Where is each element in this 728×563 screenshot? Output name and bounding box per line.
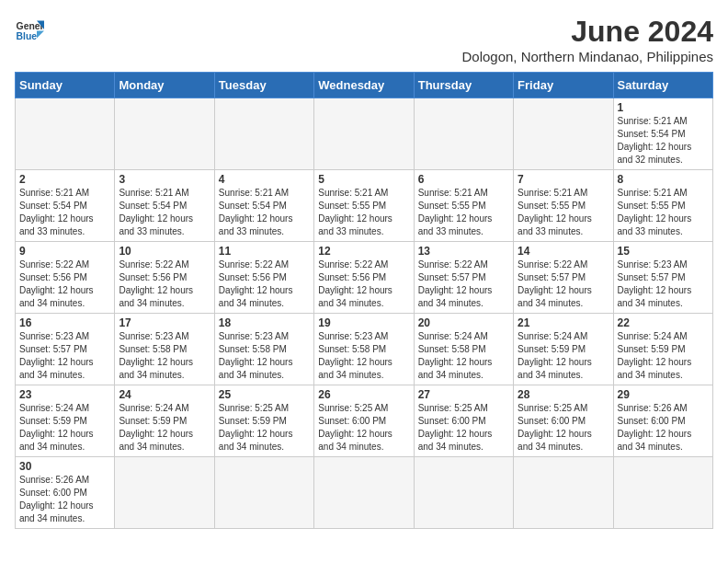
- calendar-cell: 23Sunrise: 5:24 AM Sunset: 5:59 PM Dayli…: [16, 385, 115, 457]
- day-number: 18: [219, 316, 310, 329]
- calendar-cell: 19Sunrise: 5:23 AM Sunset: 5:58 PM Dayli…: [314, 314, 414, 385]
- calendar-cell: 20Sunrise: 5:24 AM Sunset: 5:58 PM Dayli…: [414, 314, 513, 385]
- day-number: 7: [518, 173, 609, 186]
- day-info: Sunrise: 5:25 AM Sunset: 6:00 PM Dayligh…: [418, 402, 509, 454]
- calendar-table: SundayMondayTuesdayWednesdayThursdayFrid…: [15, 72, 713, 529]
- day-number: 21: [518, 316, 609, 329]
- svg-marker-3: [37, 31, 44, 39]
- calendar-cell: 4Sunrise: 5:21 AM Sunset: 5:54 PM Daylig…: [214, 170, 313, 242]
- calendar-row-1: 1Sunrise: 5:21 AM Sunset: 5:54 PM Daylig…: [16, 98, 713, 170]
- day-number: 29: [618, 388, 709, 401]
- weekday-header-thursday: Thursday: [414, 73, 513, 98]
- calendar-cell: 8Sunrise: 5:21 AM Sunset: 5:55 PM Daylig…: [613, 170, 712, 242]
- weekday-header-friday: Friday: [514, 73, 613, 98]
- weekday-header-tuesday: Tuesday: [214, 73, 313, 98]
- weekday-header-row: SundayMondayTuesdayWednesdayThursdayFrid…: [16, 73, 713, 98]
- weekday-header-monday: Monday: [115, 73, 214, 98]
- calendar-cell: 22Sunrise: 5:24 AM Sunset: 5:59 PM Dayli…: [613, 314, 712, 385]
- calendar-cell: 6Sunrise: 5:21 AM Sunset: 5:55 PM Daylig…: [414, 170, 513, 242]
- day-info: Sunrise: 5:21 AM Sunset: 5:55 PM Dayligh…: [418, 187, 509, 238]
- day-info: Sunrise: 5:21 AM Sunset: 5:54 PM Dayligh…: [618, 115, 709, 167]
- day-number: 11: [219, 245, 310, 258]
- day-number: 6: [418, 173, 509, 186]
- calendar-cell: [314, 98, 414, 170]
- calendar-cell: [414, 457, 513, 529]
- day-number: 1: [618, 101, 709, 114]
- day-number: 13: [418, 245, 509, 258]
- day-number: 15: [618, 245, 709, 258]
- day-info: Sunrise: 5:23 AM Sunset: 5:57 PM Dayligh…: [19, 330, 110, 382]
- calendar-row-5: 23Sunrise: 5:24 AM Sunset: 5:59 PM Dayli…: [16, 385, 713, 457]
- day-number: 24: [119, 388, 210, 401]
- calendar-cell: 15Sunrise: 5:23 AM Sunset: 5:57 PM Dayli…: [613, 242, 712, 314]
- weekday-header-wednesday: Wednesday: [314, 73, 414, 98]
- day-info: Sunrise: 5:21 AM Sunset: 5:55 PM Dayligh…: [618, 187, 709, 238]
- day-info: Sunrise: 5:23 AM Sunset: 5:58 PM Dayligh…: [219, 330, 310, 382]
- day-number: 16: [19, 316, 110, 329]
- location-title: Dologon, Northern Mindanao, Philippines: [461, 49, 713, 64]
- weekday-header-saturday: Saturday: [613, 73, 712, 98]
- calendar-row-6: 30Sunrise: 5:26 AM Sunset: 6:00 PM Dayli…: [16, 457, 713, 529]
- day-number: 17: [119, 316, 210, 329]
- calendar-cell: 21Sunrise: 5:24 AM Sunset: 5:59 PM Dayli…: [514, 314, 613, 385]
- day-number: 10: [119, 245, 210, 258]
- logo: General Blue: [15, 15, 44, 44]
- day-number: 14: [518, 245, 609, 258]
- day-number: 19: [318, 316, 409, 329]
- day-info: Sunrise: 5:22 AM Sunset: 5:56 PM Dayligh…: [119, 259, 210, 310]
- calendar-cell: 10Sunrise: 5:22 AM Sunset: 5:56 PM Dayli…: [115, 242, 214, 314]
- calendar-cell: [613, 457, 712, 529]
- day-info: Sunrise: 5:23 AM Sunset: 5:58 PM Dayligh…: [119, 330, 210, 382]
- day-info: Sunrise: 5:23 AM Sunset: 5:57 PM Dayligh…: [618, 259, 709, 310]
- day-number: 4: [219, 173, 310, 186]
- calendar-cell: 13Sunrise: 5:22 AM Sunset: 5:57 PM Dayli…: [414, 242, 513, 314]
- day-info: Sunrise: 5:25 AM Sunset: 6:00 PM Dayligh…: [518, 402, 609, 454]
- calendar-cell: 14Sunrise: 5:22 AM Sunset: 5:57 PM Dayli…: [514, 242, 613, 314]
- calendar-cell: 12Sunrise: 5:22 AM Sunset: 5:56 PM Dayli…: [314, 242, 414, 314]
- calendar-cell: 9Sunrise: 5:22 AM Sunset: 5:56 PM Daylig…: [16, 242, 115, 314]
- calendar-cell: 17Sunrise: 5:23 AM Sunset: 5:58 PM Dayli…: [115, 314, 214, 385]
- day-number: 26: [318, 388, 409, 401]
- svg-text:Blue: Blue: [17, 31, 38, 41]
- calendar-cell: 3Sunrise: 5:21 AM Sunset: 5:54 PM Daylig…: [115, 170, 214, 242]
- weekday-header-sunday: Sunday: [16, 73, 115, 98]
- calendar-row-3: 9Sunrise: 5:22 AM Sunset: 5:56 PM Daylig…: [16, 242, 713, 314]
- calendar-cell: [414, 98, 513, 170]
- day-info: Sunrise: 5:21 AM Sunset: 5:55 PM Dayligh…: [318, 187, 409, 238]
- calendar-cell: 29Sunrise: 5:26 AM Sunset: 6:00 PM Dayli…: [613, 385, 712, 457]
- calendar-cell: 18Sunrise: 5:23 AM Sunset: 5:58 PM Dayli…: [214, 314, 313, 385]
- calendar-cell: 5Sunrise: 5:21 AM Sunset: 5:55 PM Daylig…: [314, 170, 414, 242]
- calendar-cell: [514, 98, 613, 170]
- calendar-row-2: 2Sunrise: 5:21 AM Sunset: 5:54 PM Daylig…: [16, 170, 713, 242]
- day-number: 30: [19, 460, 110, 473]
- day-info: Sunrise: 5:23 AM Sunset: 5:58 PM Dayligh…: [318, 330, 409, 382]
- calendar-cell: [214, 457, 313, 529]
- calendar-cell: [115, 98, 214, 170]
- calendar-cell: 30Sunrise: 5:26 AM Sunset: 6:00 PM Dayli…: [16, 457, 115, 529]
- calendar-cell: [16, 98, 115, 170]
- calendar-cell: 27Sunrise: 5:25 AM Sunset: 6:00 PM Dayli…: [414, 385, 513, 457]
- day-number: 9: [19, 245, 110, 258]
- day-info: Sunrise: 5:21 AM Sunset: 5:54 PM Dayligh…: [19, 187, 110, 238]
- day-number: 2: [19, 173, 110, 186]
- calendar-cell: 11Sunrise: 5:22 AM Sunset: 5:56 PM Dayli…: [214, 242, 313, 314]
- day-info: Sunrise: 5:21 AM Sunset: 5:54 PM Dayligh…: [119, 187, 210, 238]
- calendar-row-4: 16Sunrise: 5:23 AM Sunset: 5:57 PM Dayli…: [16, 314, 713, 385]
- day-number: 25: [219, 388, 310, 401]
- day-info: Sunrise: 5:26 AM Sunset: 6:00 PM Dayligh…: [618, 402, 709, 454]
- day-info: Sunrise: 5:22 AM Sunset: 5:56 PM Dayligh…: [318, 259, 409, 310]
- calendar-cell: 7Sunrise: 5:21 AM Sunset: 5:55 PM Daylig…: [514, 170, 613, 242]
- day-number: 28: [518, 388, 609, 401]
- calendar-cell: 16Sunrise: 5:23 AM Sunset: 5:57 PM Dayli…: [16, 314, 115, 385]
- day-info: Sunrise: 5:24 AM Sunset: 5:58 PM Dayligh…: [418, 330, 509, 382]
- day-number: 22: [618, 316, 709, 329]
- month-title: June 2024: [461, 15, 713, 49]
- day-info: Sunrise: 5:21 AM Sunset: 5:54 PM Dayligh…: [219, 187, 310, 238]
- day-number: 20: [418, 316, 509, 329]
- day-number: 23: [19, 388, 110, 401]
- calendar-cell: 28Sunrise: 5:25 AM Sunset: 6:00 PM Dayli…: [514, 385, 613, 457]
- day-info: Sunrise: 5:24 AM Sunset: 5:59 PM Dayligh…: [518, 330, 609, 382]
- calendar-cell: 1Sunrise: 5:21 AM Sunset: 5:54 PM Daylig…: [613, 98, 712, 170]
- day-number: 3: [119, 173, 210, 186]
- day-number: 12: [318, 245, 409, 258]
